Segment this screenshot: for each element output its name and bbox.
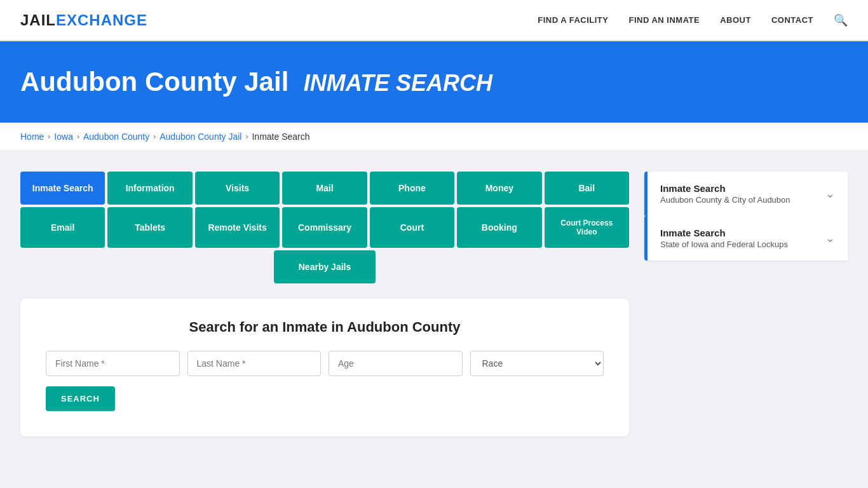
breadcrumb-iowa[interactable]: Iowa — [54, 132, 73, 142]
main-content: Inmate Search Information Visits Mail Ph… — [0, 151, 868, 457]
race-select[interactable]: Race White Black Hispanic Asian Native A… — [470, 351, 604, 376]
page-title: Audubon County Jail INMATE SEARCH — [20, 67, 848, 97]
nav-contact[interactable]: CONTACT — [771, 15, 813, 25]
search-form-container: Search for an Inmate in Audubon County R… — [20, 299, 629, 437]
sidebar-item-title-2: Inmate Search — [660, 227, 788, 238]
breadcrumb-sep-3: › — [153, 132, 156, 141]
btn-visits[interactable]: Visits — [195, 172, 280, 205]
btn-remote-visits[interactable]: Remote Visits — [195, 207, 280, 248]
btn-nearby-jails[interactable]: Nearby Jails — [274, 250, 376, 283]
sidebar-item-subtitle-2: State of Iowa and Federal Lockups — [660, 240, 788, 249]
btn-phone[interactable]: Phone — [370, 172, 454, 205]
site-logo[interactable]: JAILEXCHANGE — [20, 11, 147, 29]
sidebar-item-left-2: Inmate Search State of Iowa and Federal … — [660, 227, 788, 249]
search-fields: Race White Black Hispanic Asian Native A… — [46, 351, 604, 376]
nav-find-inmate[interactable]: FIND AN INMATE — [628, 15, 700, 25]
hero-title-italic: INMATE SEARCH — [304, 70, 492, 96]
hero-banner: Audubon County Jail INMATE SEARCH — [0, 41, 868, 123]
sidebar-item-title-1: Inmate Search — [660, 183, 790, 194]
button-grid-row1: Inmate Search Information Visits Mail Ph… — [20, 172, 629, 205]
button-grid-row2: Email Tablets Remote Visits Commissary C… — [20, 207, 629, 248]
btn-commissary[interactable]: Commissary — [282, 207, 367, 248]
sidebar-card: Inmate Search Audubon County & City of A… — [644, 172, 848, 261]
chevron-icon-1: ⌄ — [825, 187, 835, 201]
btn-court[interactable]: Court — [370, 207, 454, 248]
chevron-icon-2: ⌄ — [825, 231, 835, 245]
search-form-title: Search for an Inmate in Audubon County — [46, 319, 604, 336]
btn-tablets[interactable]: Tablets — [107, 207, 192, 248]
sidebar-item-subtitle-1: Audubon County & City of Audubon — [660, 195, 790, 205]
navbar: JAILEXCHANGE FIND A FACILITY FIND AN INM… — [0, 0, 868, 41]
breadcrumb-home[interactable]: Home — [20, 132, 44, 142]
nav-about[interactable]: ABOUT — [720, 15, 751, 25]
btn-information[interactable]: Information — [107, 172, 192, 205]
hero-title-main: Audubon County Jail — [20, 67, 288, 97]
nav-links: FIND A FACILITY FIND AN INMATE ABOUT CON… — [538, 13, 848, 27]
logo-exchange: EXCHANGE — [56, 11, 147, 29]
sidebar-item-wrapper-2: Inmate Search State of Iowa and Federal … — [644, 216, 848, 261]
age-input[interactable] — [329, 351, 463, 376]
button-grid-row3: Nearby Jails — [20, 250, 629, 283]
sidebar-item-2[interactable]: Inmate Search State of Iowa and Federal … — [644, 216, 848, 261]
sidebar-item-1[interactable]: Inmate Search Audubon County & City of A… — [644, 172, 848, 216]
logo-jail: JAIL — [20, 11, 56, 29]
breadcrumb: Home › Iowa › Audubon County › Audubon C… — [20, 132, 848, 142]
btn-mail[interactable]: Mail — [282, 172, 367, 205]
btn-inmate-search[interactable]: Inmate Search — [20, 172, 105, 205]
breadcrumb-current: Inmate Search — [252, 132, 309, 142]
btn-money[interactable]: Money — [457, 172, 541, 205]
last-name-input[interactable] — [187, 351, 322, 376]
left-section: Inmate Search Information Visits Mail Ph… — [20, 172, 629, 437]
breadcrumb-sep-1: › — [48, 132, 50, 141]
blue-bar-2 — [644, 216, 648, 261]
breadcrumb-bar: Home › Iowa › Audubon County › Audubon C… — [0, 123, 868, 151]
blue-bar-1 — [644, 172, 648, 216]
sidebar-item-wrapper-1: Inmate Search Audubon County & City of A… — [644, 172, 848, 216]
sidebar-item-left-1: Inmate Search Audubon County & City of A… — [660, 183, 790, 205]
search-icon[interactable]: 🔍 — [834, 13, 848, 27]
btn-bail[interactable]: Bail — [545, 172, 629, 205]
right-sidebar: Inmate Search Audubon County & City of A… — [644, 172, 848, 261]
breadcrumb-audubon-county[interactable]: Audubon County — [83, 132, 149, 142]
first-name-input[interactable] — [46, 351, 180, 376]
breadcrumb-sep-2: › — [77, 132, 79, 141]
btn-booking[interactable]: Booking — [457, 207, 541, 248]
btn-court-process-video[interactable]: Court Process Video — [545, 207, 629, 248]
btn-email[interactable]: Email — [20, 207, 105, 248]
nav-find-facility[interactable]: FIND A FACILITY — [538, 15, 608, 25]
breadcrumb-sep-4: › — [245, 132, 248, 141]
search-button[interactable]: SEARCH — [46, 386, 115, 411]
breadcrumb-audubon-county-jail[interactable]: Audubon County Jail — [159, 132, 241, 142]
